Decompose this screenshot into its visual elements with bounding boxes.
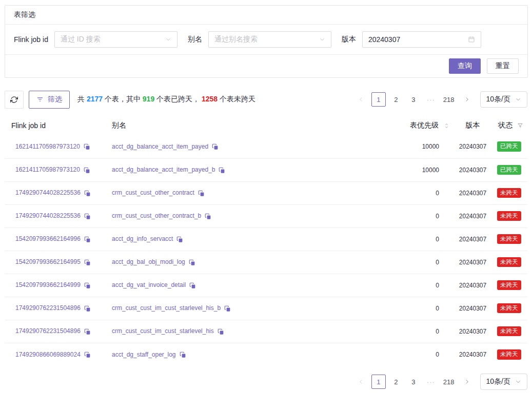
flink-job-id-link[interactable]: 1542097993662164999 <box>15 281 81 288</box>
version-cell: 20240307 <box>451 320 495 343</box>
header-status: 状态 <box>495 116 527 135</box>
page-ellipsis[interactable]: ··· <box>424 375 438 389</box>
copy-icon[interactable] <box>84 351 91 358</box>
page-button-2[interactable]: 2 <box>389 92 403 107</box>
filter-button-label: 筛选 <box>48 95 62 104</box>
flink-job-id-select[interactable]: 通过 ID 搜索 <box>54 31 178 48</box>
copy-icon[interactable] <box>189 282 196 289</box>
page-ellipsis[interactable]: ··· <box>424 92 438 107</box>
page-button-last[interactable]: 218 <box>441 92 457 107</box>
alias-link[interactable]: acct_dg_vat_invoice_detail <box>112 281 186 288</box>
status-badge: 未跨天 <box>497 280 521 291</box>
version-cell: 20240307 <box>451 204 495 227</box>
table-header-row: Flink job id 别名 表优先级 版本 状态 <box>5 116 527 135</box>
priority-cell: 0 <box>395 320 451 343</box>
copy-icon[interactable] <box>84 236 91 243</box>
alias-link[interactable]: crm_cust_cust_im_cust_starlevel_his_b <box>112 304 221 312</box>
filter-button[interactable]: 筛选 <box>29 91 70 109</box>
copy-icon[interactable] <box>224 305 231 312</box>
filter-card: 表筛选 Flink job id 通过 ID 搜索 别名 通过别名搜索 版本 2… <box>5 5 528 78</box>
flink-job-id-link[interactable]: 1749290866069889024 <box>15 351 81 358</box>
alias-link[interactable]: crm_cust_cust_im_cust_starlevel_his <box>112 327 214 335</box>
table-stats: 共 2177 个表，其中 919 个表已跨天， 1258 个表未跨天 <box>77 95 255 104</box>
next-page-button[interactable] <box>460 375 474 389</box>
flink-job-id-link[interactable]: 1749290762231504896 <box>15 327 81 335</box>
alias-link[interactable]: crm_cust_cust_other_contract <box>112 189 194 196</box>
table-toolbar: 筛选 共 2177 个表，其中 919 个表已跨天， 1258 个表未跨天 1 … <box>5 90 527 109</box>
chevron-left-icon <box>358 379 364 385</box>
flink-job-id-link[interactable]: 1749290744028225536 <box>15 189 81 196</box>
filter-actions: 查询 重置 <box>5 55 527 77</box>
copy-icon[interactable] <box>84 305 91 312</box>
table-row: 1621411705987973120 acct_dg_balance_acct… <box>5 135 527 158</box>
chevron-down-icon <box>165 36 171 43</box>
copy-icon[interactable] <box>84 167 90 174</box>
alias-link[interactable]: acct_dg_staff_oper_log <box>112 351 176 358</box>
flink-job-id-link[interactable]: 1749290744028225536 <box>15 212 81 219</box>
status-badge: 未跨天 <box>497 211 521 221</box>
next-page-button[interactable] <box>460 92 474 107</box>
table-row: 1749290744028225536 crm_cust_cust_other_… <box>5 181 527 204</box>
page-button-1[interactable]: 1 <box>371 92 386 107</box>
alias-link[interactable]: acct_dg_balance_acct_item_payed <box>112 143 208 150</box>
alias-link[interactable]: acct_dg_bal_obj_modi_log <box>112 258 185 265</box>
flink-job-id-link[interactable]: 1621411705987973120 <box>15 166 80 173</box>
total-count: 2177 <box>87 95 103 103</box>
priority-cell: 10000 <box>395 158 451 181</box>
copy-icon[interactable] <box>176 236 183 243</box>
prev-page-button[interactable] <box>354 375 368 389</box>
alias-link[interactable]: acct_dg_info_servacct <box>112 235 173 242</box>
flink-job-id-label: Flink job id <box>14 35 48 44</box>
table-row: 1542097993662164999 acct_dg_vat_invoice_… <box>5 274 527 297</box>
page-button-2[interactable]: 2 <box>389 375 403 389</box>
reset-button[interactable]: 重置 <box>487 58 519 74</box>
copy-icon[interactable] <box>84 282 91 289</box>
version-label: 版本 <box>342 35 356 44</box>
copy-icon[interactable] <box>198 190 205 197</box>
flink-job-id-link[interactable]: 1542097993662164996 <box>15 235 81 242</box>
table-row: 1542097993662164996 acct_dg_info_servacc… <box>5 227 527 251</box>
alias-link[interactable]: acct_dg_balance_acct_item_payed_b <box>112 166 215 173</box>
copy-icon[interactable] <box>189 259 195 266</box>
status-badge: 未跨天 <box>497 188 521 198</box>
copy-icon[interactable] <box>84 213 91 220</box>
version-value: 20240307 <box>368 35 464 44</box>
filter-funnel-icon[interactable] <box>517 122 523 129</box>
page-button-3[interactable]: 3 <box>406 92 421 107</box>
priority-cell: 0 <box>395 297 451 320</box>
page-size-select[interactable]: 10条/页 <box>480 91 527 108</box>
status-badge: 未跨天 <box>497 257 521 267</box>
chevron-down-icon <box>319 36 325 43</box>
page-size-select[interactable]: 10条/页 <box>480 374 527 390</box>
copy-icon[interactable] <box>84 190 91 197</box>
flink-job-id-link[interactable]: 1621411705987973120 <box>15 143 80 150</box>
chevron-down-icon <box>515 96 521 102</box>
status-badge: 已跨天 <box>497 165 521 175</box>
copy-icon[interactable] <box>84 328 91 335</box>
alias-link[interactable]: crm_cust_cust_other_contract_b <box>112 212 201 219</box>
priority-cell: 0 <box>395 251 451 274</box>
prev-page-button[interactable] <box>354 92 368 107</box>
copy-icon[interactable] <box>219 167 225 174</box>
page-button-last[interactable]: 218 <box>441 375 457 389</box>
page-button-3[interactable]: 3 <box>406 375 421 389</box>
refresh-button[interactable] <box>5 91 24 109</box>
query-button[interactable]: 查询 <box>449 58 481 74</box>
page-button-1[interactable]: 1 <box>371 375 386 389</box>
version-date-input[interactable]: 20240307 <box>362 31 481 48</box>
flink-tables-table: Flink job id 别名 表优先级 版本 状态 1621411705987… <box>5 116 527 366</box>
priority-cell: 10000 <box>395 135 451 158</box>
copy-icon[interactable] <box>84 259 91 266</box>
sort-icon[interactable] <box>443 122 450 129</box>
version-cell: 20240307 <box>451 274 495 297</box>
copy-icon[interactable] <box>84 143 90 150</box>
version-cell: 20240307 <box>451 135 495 158</box>
flink-job-id-link[interactable]: 1749290762231504896 <box>15 304 81 312</box>
flink-job-id-link[interactable]: 1542097993662164995 <box>15 258 81 265</box>
copy-icon[interactable] <box>218 328 224 335</box>
copy-icon[interactable] <box>212 143 219 150</box>
copy-icon[interactable] <box>180 351 186 358</box>
alias-select[interactable]: 通过别名搜索 <box>208 31 331 48</box>
status-badge: 已跨天 <box>497 141 521 152</box>
copy-icon[interactable] <box>205 213 211 220</box>
